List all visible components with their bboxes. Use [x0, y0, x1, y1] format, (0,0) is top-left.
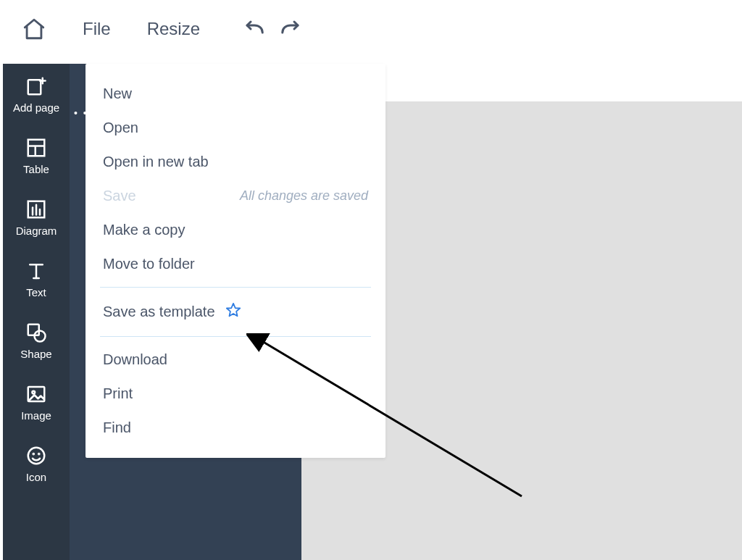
- menu-item-save-template[interactable]: Save as template: [86, 293, 385, 330]
- menu-divider: [100, 336, 371, 337]
- menu-item-make-copy[interactable]: Make a copy: [86, 213, 385, 247]
- svg-point-18: [33, 454, 34, 454]
- menu-item-open-new-tab[interactable]: Open in new tab: [86, 145, 385, 179]
- diagram-icon: [25, 198, 47, 220]
- undo-icon: [243, 20, 265, 38]
- menu-item-open[interactable]: Open: [86, 111, 385, 145]
- sidebar-item-shape[interactable]: Shape: [3, 322, 70, 360]
- menu-item-find[interactable]: Find: [86, 411, 385, 445]
- file-dropdown: New Open Open in new tab Save All change…: [86, 64, 385, 458]
- add-page-icon: [25, 75, 47, 97]
- svg-point-19: [38, 454, 39, 454]
- sidebar-item-label: Shape: [20, 348, 51, 360]
- sidebar-item-diagram[interactable]: Diagram: [3, 198, 70, 237]
- sidebar-item-label: Icon: [26, 471, 46, 483]
- sidebar-item-label: Text: [26, 286, 46, 298]
- svg-point-16: [32, 391, 35, 394]
- sidebar-item-icon[interactable]: Icon: [3, 445, 70, 483]
- menu-item-move-folder[interactable]: Move to folder: [86, 247, 385, 281]
- resize-menu[interactable]: Resize: [147, 19, 200, 39]
- menu-item-save: Save All changes are saved: [86, 179, 385, 213]
- sidebar-item-text[interactable]: Text: [3, 260, 70, 298]
- svg-marker-20: [226, 304, 239, 316]
- menu-item-download[interactable]: Download: [86, 343, 385, 377]
- redo-button[interactable]: [280, 20, 301, 38]
- sidebar-item-label: Image: [21, 409, 51, 422]
- top-toolbar: File Resize: [0, 0, 742, 58]
- sidebar-item-add-page[interactable]: Add page: [3, 75, 70, 114]
- image-icon: [25, 383, 47, 405]
- text-icon: [25, 260, 47, 282]
- menu-item-new[interactable]: New: [86, 77, 385, 111]
- svg-rect-0: [28, 80, 41, 94]
- redo-icon: [280, 20, 301, 38]
- home-icon: [22, 17, 46, 41]
- star-icon: [225, 302, 241, 322]
- home-button[interactable]: [22, 17, 46, 41]
- undo-button[interactable]: [243, 20, 265, 38]
- file-menu[interactable]: File: [83, 19, 111, 39]
- sidebar-item-label: Table: [23, 163, 49, 175]
- menu-divider: [100, 287, 371, 288]
- sidebar-item-label: Add page: [13, 101, 59, 114]
- smile-icon: [25, 445, 47, 467]
- left-sidebar: Add page Table Diagram Text Shape: [3, 64, 70, 560]
- table-icon: [25, 137, 47, 159]
- sidebar-item-image[interactable]: Image: [3, 383, 70, 422]
- menu-item-print[interactable]: Print: [86, 377, 385, 411]
- save-status-hint: All changes are saved: [240, 188, 368, 204]
- svg-rect-13: [28, 325, 39, 335]
- sidebar-item-label: Diagram: [16, 225, 57, 237]
- svg-point-17: [28, 448, 45, 464]
- sidebar-item-table[interactable]: Table: [3, 137, 70, 175]
- shape-icon: [25, 322, 47, 343]
